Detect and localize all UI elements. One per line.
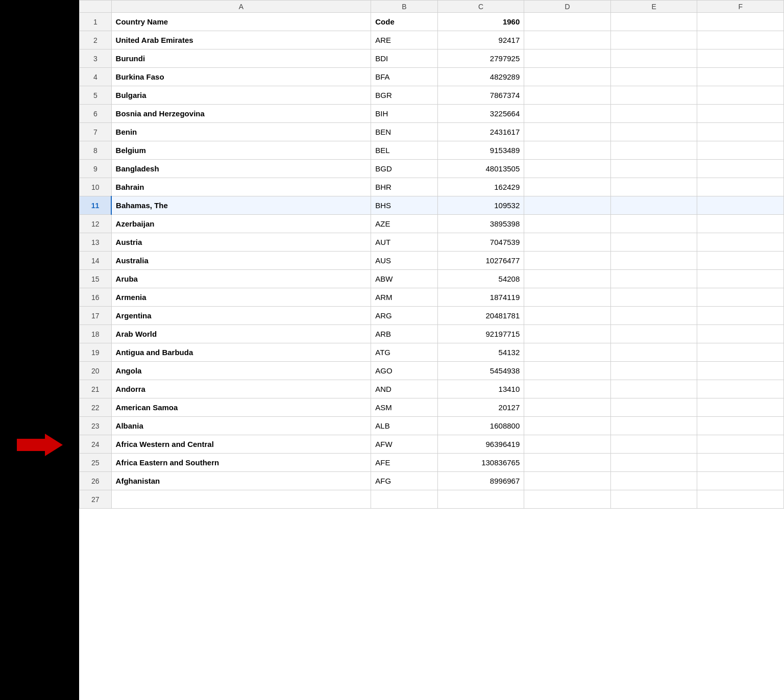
cell-d[interactable] [524,380,611,398]
table-row[interactable]: 22American SamoaASM20127 [80,398,784,417]
table-row[interactable]: 5BulgariaBGR7867374 [80,86,784,105]
cell-d[interactable] [524,68,611,86]
cell-1960[interactable]: 3895398 [437,215,524,233]
cell-f[interactable] [697,252,784,270]
table-row[interactable]: 15ArubaABW54208 [80,270,784,288]
cell-e[interactable] [610,454,697,472]
table-row[interactable]: 12AzerbaijanAZE3895398 [80,215,784,233]
table-row[interactable]: 4Burkina FasoBFA4829289 [80,68,784,86]
cell-e[interactable] [610,288,697,307]
cell-1960[interactable]: 20127 [437,398,524,417]
cell-code[interactable] [371,490,437,509]
cell-code[interactable]: AUS [371,252,437,270]
cell-country-name[interactable]: Armenia [111,288,371,307]
cell-code[interactable]: ARG [371,307,437,325]
cell-1960[interactable]: 130836765 [437,454,524,472]
cell-d[interactable] [524,417,611,435]
cell-country-name[interactable]: Belgium [111,141,371,160]
table-row[interactable]: 11Bahamas, TheBHS109532 [80,196,784,215]
cell-country-name[interactable]: Afghanistan [111,472,371,490]
cell-country-name[interactable] [111,490,371,509]
cell-d[interactable] [524,454,611,472]
cell-d[interactable] [524,13,611,31]
cell-e[interactable] [610,86,697,105]
cell-1960[interactable]: 109532 [437,196,524,215]
cell-f[interactable] [697,233,784,252]
cell-country-name[interactable]: Africa Eastern and Southern [111,454,371,472]
cell-f[interactable] [697,490,784,509]
cell-1960[interactable]: 1960 [437,13,524,31]
table-row[interactable]: 9BangladeshBGD48013505 [80,160,784,178]
cell-1960[interactable]: 3225664 [437,105,524,123]
col-header-f[interactable]: F [697,1,784,13]
cell-f[interactable] [697,307,784,325]
cell-f[interactable] [697,123,784,141]
cell-country-name[interactable]: Burundi [111,49,371,68]
cell-country-name[interactable]: Bahrain [111,178,371,196]
cell-code[interactable]: ARB [371,325,437,343]
table-row[interactable]: 10BahrainBHR162429 [80,178,784,196]
cell-d[interactable] [524,270,611,288]
cell-f[interactable] [697,435,784,454]
cell-code[interactable]: BHR [371,178,437,196]
cell-1960[interactable]: 1874119 [437,288,524,307]
table-row[interactable]: 6Bosnia and HerzegovinaBIH3225664 [80,105,784,123]
cell-1960[interactable]: 10276477 [437,252,524,270]
cell-code[interactable]: AUT [371,233,437,252]
cell-country-name[interactable]: Antigua and Barbuda [111,343,371,362]
cell-code[interactable]: BIH [371,105,437,123]
cell-e[interactable] [610,123,697,141]
cell-e[interactable] [610,252,697,270]
table-row[interactable]: 24Africa Western and CentralAFW96396419 [80,435,784,454]
cell-e[interactable] [610,105,697,123]
cell-code[interactable]: BGD [371,160,437,178]
cell-d[interactable] [524,31,611,49]
col-header-b[interactable]: B [371,1,437,13]
cell-1960[interactable]: 5454938 [437,362,524,380]
cell-1960[interactable]: 48013505 [437,160,524,178]
cell-code[interactable]: Code [371,13,437,31]
cell-1960[interactable]: 4829289 [437,68,524,86]
cell-e[interactable] [610,472,697,490]
table-row[interactable]: 18Arab WorldARB92197715 [80,325,784,343]
cell-code[interactable]: BFA [371,68,437,86]
cell-country-name[interactable]: Argentina [111,307,371,325]
cell-d[interactable] [524,178,611,196]
cell-e[interactable] [610,233,697,252]
cell-country-name[interactable]: Austria [111,233,371,252]
cell-d[interactable] [524,435,611,454]
table-row[interactable]: 13AustriaAUT7047539 [80,233,784,252]
cell-code[interactable]: AZE [371,215,437,233]
cell-f[interactable] [697,325,784,343]
cell-d[interactable] [524,472,611,490]
cell-e[interactable] [610,13,697,31]
cell-1960[interactable]: 13410 [437,380,524,398]
cell-e[interactable] [610,398,697,417]
cell-f[interactable] [697,160,784,178]
cell-d[interactable] [524,325,611,343]
cell-country-name[interactable]: Aruba [111,270,371,288]
cell-country-name[interactable]: Arab World [111,325,371,343]
cell-f[interactable] [697,472,784,490]
cell-f[interactable] [697,380,784,398]
cell-e[interactable] [610,215,697,233]
table-row[interactable]: 14AustraliaAUS10276477 [80,252,784,270]
cell-e[interactable] [610,490,697,509]
cell-d[interactable] [524,105,611,123]
cell-e[interactable] [610,31,697,49]
cell-1960[interactable]: 8996967 [437,472,524,490]
cell-code[interactable]: ASM [371,398,437,417]
cell-1960[interactable]: 7867374 [437,86,524,105]
cell-code[interactable]: ARM [371,288,437,307]
cell-d[interactable] [524,398,611,417]
table-row[interactable]: 16ArmeniaARM1874119 [80,288,784,307]
cell-country-name[interactable]: Benin [111,123,371,141]
cell-e[interactable] [610,196,697,215]
table-row[interactable]: 21AndorraAND13410 [80,380,784,398]
cell-d[interactable] [524,141,611,160]
cell-f[interactable] [697,270,784,288]
table-row[interactable]: 27 [80,490,784,509]
table-row[interactable]: 7BeninBEN2431617 [80,123,784,141]
cell-country-name[interactable]: Albania [111,417,371,435]
cell-country-name[interactable]: Bahamas, The [111,196,371,215]
